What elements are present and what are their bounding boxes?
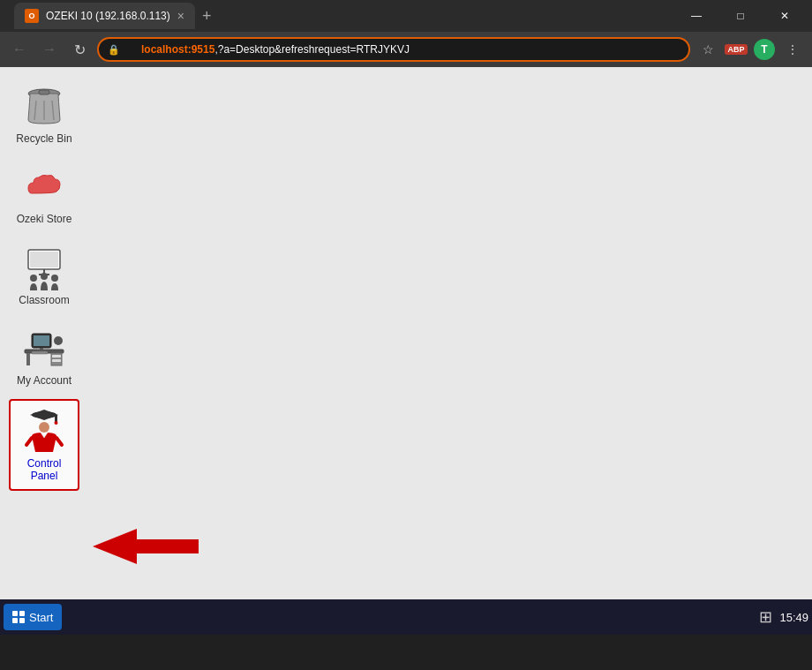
start-button[interactable]: Start [4,604,62,630]
profile-button[interactable]: T [752,37,777,62]
desktop: Recycle Bin Ozeki Store [0,67,812,635]
svg-point-27 [55,421,58,425]
recycle-bin-image [21,83,67,129]
svg-rect-16 [52,355,61,358]
forward-button[interactable]: → [37,37,62,62]
ozeki-store-icon[interactable]: Ozeki Store [9,156,79,232]
maximize-button[interactable]: □ [720,0,761,32]
minimize-button[interactable]: — [676,0,717,32]
toolbar-icons: ☆ ABP T ⋮ [695,37,805,62]
svg-point-10 [41,273,48,280]
classroom-label: Classroom [19,294,69,306]
my-account-image [21,325,67,371]
tab-title: OZEKI 10 (192.168.0.113) [46,10,170,22]
new-tab-button[interactable]: + [195,0,219,32]
title-bar: O OZEKI 10 (192.168.0.113) × + — □ ✕ [0,0,812,32]
address-path: ,?a=Desktop&refreshrequest=RTRJYKVJ [214,43,410,56]
svg-rect-6 [30,252,58,267]
arrow-indicator [93,524,199,568]
taskbar: Start ⊞ 15:49 [0,599,812,635]
desktop-icons: Recycle Bin Ozeki Store [9,76,79,495]
svg-rect-26 [55,415,57,422]
svg-rect-17 [52,359,61,362]
ozeki-store-label: Ozeki Store [17,213,72,225]
svg-point-9 [30,275,37,282]
start-icon [12,611,25,623]
start-label: Start [29,611,53,624]
reload-button[interactable]: ↻ [67,37,92,62]
recycle-bin-label: Recycle Bin [16,132,71,145]
ozeki-store-image [21,163,67,209]
svg-marker-25 [30,410,58,420]
svg-point-11 [51,275,58,282]
svg-rect-21 [37,350,46,350]
control-panel-image [21,408,67,454]
svg-line-30 [56,438,62,445]
control-panel-label: ControlPanel [27,457,62,483]
svg-rect-13 [26,353,30,365]
monitor-icon: ⊞ [759,607,772,627]
profile-avatar: T [754,39,775,60]
address-text: localhost:9515,?a=Desktop&refreshrequest… [124,43,410,56]
svg-rect-19 [34,335,49,346]
my-account-label: My Account [17,374,71,387]
svg-point-28 [39,422,49,433]
address-bar-row: ← → ↻ 🔒 localhost:9515,?a=Desktop&refres… [0,32,812,67]
tab-close-button[interactable]: × [177,9,184,23]
svg-rect-20 [40,348,43,350]
lock-icon: 🔒 [108,44,120,56]
address-input[interactable]: 🔒 localhost:9515,?a=Desktop&refreshreque… [97,37,690,62]
svg-point-23 [54,336,63,345]
close-button[interactable]: ✕ [764,0,805,32]
my-account-icon[interactable]: My Account [9,318,79,394]
svg-rect-22 [32,351,48,354]
clock-display: 15:49 [779,611,808,624]
recycle-bin-icon[interactable]: Recycle Bin [9,76,79,152]
window-controls: — □ ✕ [676,0,805,32]
menu-button[interactable]: ⋮ [780,37,805,62]
control-panel-icon[interactable]: ControlPanel [9,399,79,492]
back-button[interactable]: ← [7,37,32,62]
svg-line-29 [26,438,32,445]
classroom-image [21,245,67,290]
classroom-icon[interactable]: Classroom [9,237,79,313]
tab-favicon: O [25,9,39,23]
adblock-button[interactable]: ABP [724,37,748,62]
adblock-badge: ABP [725,44,747,55]
address-host: localhost:9515 [141,43,214,56]
browser-tab[interactable]: O OZEKI 10 (192.168.0.113) × [14,3,195,29]
svg-marker-31 [93,529,199,564]
address-bar-wrapper: 🔒 localhost:9515,?a=Desktop&refreshreque… [97,37,690,62]
svg-rect-1 [39,90,49,94]
bookmark-button[interactable]: ☆ [695,37,720,62]
browser-content: Recycle Bin Ozeki Store [0,67,812,635]
taskbar-time-area: ⊞ 15:49 [759,607,808,627]
